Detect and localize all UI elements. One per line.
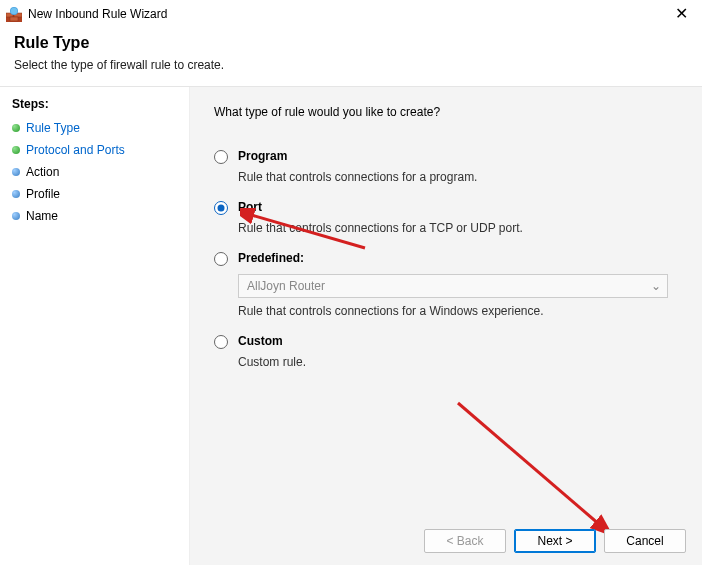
option-predefined-desc: Rule that controls connections for a Win… xyxy=(238,304,678,318)
main-panel: What type of rule would you like to crea… xyxy=(190,87,702,565)
option-program-label: Program xyxy=(238,149,287,163)
step-action[interactable]: Action xyxy=(12,161,177,183)
close-icon[interactable]: ✕ xyxy=(669,6,694,22)
bullet-icon xyxy=(12,124,20,132)
radio-port[interactable] xyxy=(214,201,228,215)
predefined-selected-value: AllJoyn Router xyxy=(247,279,325,293)
steps-sidebar: Steps: Rule Type Protocol and Ports Acti… xyxy=(0,87,190,565)
svg-point-5 xyxy=(11,8,17,14)
bullet-icon xyxy=(12,146,20,154)
option-program[interactable]: Program xyxy=(214,149,678,164)
option-custom[interactable]: Custom xyxy=(214,334,678,349)
window-title: New Inbound Rule Wizard xyxy=(28,7,167,21)
page-title: Rule Type xyxy=(14,34,688,52)
next-button[interactable]: Next > xyxy=(514,529,596,553)
option-port[interactable]: Port xyxy=(214,200,678,215)
option-predefined[interactable]: Predefined: xyxy=(214,251,678,266)
wizard-button-bar: < Back Next > Cancel xyxy=(424,529,686,553)
radio-program[interactable] xyxy=(214,150,228,164)
option-custom-desc: Custom rule. xyxy=(238,355,678,369)
cancel-button[interactable]: Cancel xyxy=(604,529,686,553)
titlebar-left: New Inbound Rule Wizard xyxy=(6,6,167,22)
steps-heading: Steps: xyxy=(12,97,177,111)
page-subtitle: Select the type of firewall rule to crea… xyxy=(14,58,688,72)
firewall-icon xyxy=(6,6,22,22)
window-titlebar: New Inbound Rule Wizard ✕ xyxy=(0,0,702,28)
back-button: < Back xyxy=(424,529,506,553)
wizard-header: Rule Type Select the type of firewall ru… xyxy=(0,28,702,86)
svg-line-7 xyxy=(458,403,600,525)
radio-custom[interactable] xyxy=(214,335,228,349)
bullet-icon xyxy=(12,168,20,176)
svg-rect-3 xyxy=(10,17,18,21)
step-label: Action xyxy=(26,165,59,179)
step-protocol-and-ports[interactable]: Protocol and Ports xyxy=(12,139,177,161)
option-port-desc: Rule that controls connections for a TCP… xyxy=(238,221,678,235)
rule-type-prompt: What type of rule would you like to crea… xyxy=(214,105,678,119)
step-label: Name xyxy=(26,209,58,223)
radio-predefined[interactable] xyxy=(214,252,228,266)
step-name[interactable]: Name xyxy=(12,205,177,227)
wizard-body: Steps: Rule Type Protocol and Ports Acti… xyxy=(0,86,702,565)
option-program-desc: Rule that controls connections for a pro… xyxy=(238,170,678,184)
option-port-label: Port xyxy=(238,200,262,214)
step-profile[interactable]: Profile xyxy=(12,183,177,205)
option-predefined-label: Predefined: xyxy=(238,251,304,265)
annotation-arrow-next xyxy=(450,397,620,537)
option-custom-label: Custom xyxy=(238,334,283,348)
step-label: Protocol and Ports xyxy=(26,143,125,157)
predefined-select[interactable]: AllJoyn Router xyxy=(238,274,668,298)
bullet-icon xyxy=(12,190,20,198)
bullet-icon xyxy=(12,212,20,220)
step-label: Profile xyxy=(26,187,60,201)
step-rule-type[interactable]: Rule Type xyxy=(12,117,177,139)
step-label: Rule Type xyxy=(26,121,80,135)
